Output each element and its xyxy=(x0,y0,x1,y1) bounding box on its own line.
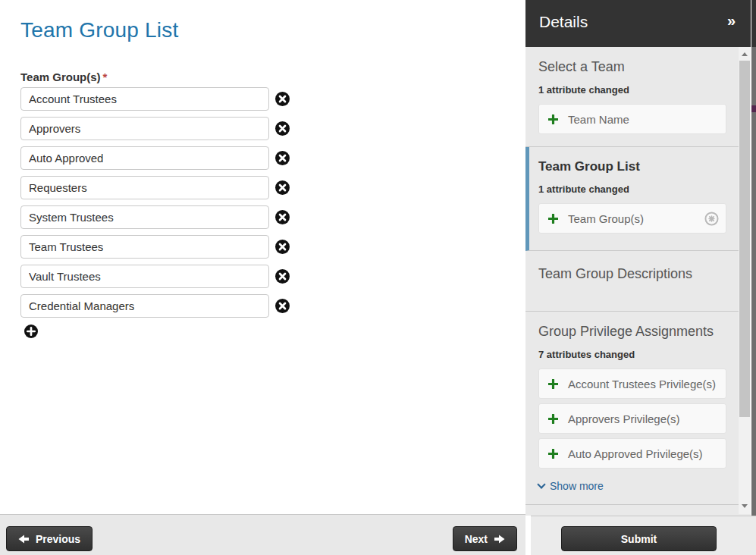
next-label: Next xyxy=(465,533,488,545)
section-team-group-descriptions: Team Group Descriptions xyxy=(525,251,739,312)
section-title: Select a Team xyxy=(538,59,726,75)
required-marker: * xyxy=(103,71,108,83)
plus-icon xyxy=(548,214,558,224)
panel-scrollbar[interactable] xyxy=(739,47,751,514)
plus-icon xyxy=(548,414,558,424)
group-row xyxy=(20,294,293,318)
scrollbar-thumb[interactable] xyxy=(739,61,750,417)
chip-label: Account Trustees Privilege(s) xyxy=(568,378,716,390)
remove-group-icon[interactable] xyxy=(275,299,290,313)
add-row xyxy=(24,325,293,341)
group-input-5[interactable] xyxy=(20,235,269,259)
plus-icon xyxy=(548,114,558,124)
section-title: Group Privilege Assignments xyxy=(538,324,726,340)
changed-attribute-chip[interactable]: Account Trustees Privilege(s) xyxy=(538,368,726,399)
arrow-left-icon xyxy=(18,535,29,544)
chip-label: Team Group(s) xyxy=(568,212,644,225)
show-more-link[interactable]: Show more xyxy=(538,480,604,492)
scroll-down-arrow[interactable] xyxy=(739,500,751,511)
collapse-panel-icon[interactable] xyxy=(727,12,736,30)
changed-attribute-chip[interactable]: Auto Approved Privilege(s) xyxy=(538,438,726,469)
undo-change-icon[interactable] xyxy=(704,212,719,226)
section-title: Team Group List xyxy=(538,159,726,174)
submit-button[interactable]: Submit xyxy=(561,526,717,551)
section-team-group-list: Team Group List 1 attribute changed Team… xyxy=(525,147,739,251)
team-group-form: Team Group(s)* xyxy=(20,71,293,341)
remove-group-icon[interactable] xyxy=(275,180,290,195)
remove-group-icon[interactable] xyxy=(275,92,290,106)
arrow-right-icon xyxy=(494,535,505,544)
details-footer: Submit xyxy=(531,516,756,555)
previous-label: Previous xyxy=(36,533,80,545)
group-row xyxy=(20,146,293,170)
group-row xyxy=(20,176,293,199)
section-select-a-team: Select a Team 1 attribute changed Team N… xyxy=(525,47,739,147)
add-group-icon[interactable] xyxy=(24,325,38,338)
section-status: 1 attribute changed xyxy=(538,84,726,96)
group-row xyxy=(20,265,293,288)
plus-icon xyxy=(548,449,558,459)
chip-label: Team Name xyxy=(568,113,629,126)
details-panel-header: Details xyxy=(525,0,751,47)
details-title: Details xyxy=(539,13,588,31)
group-input-1[interactable] xyxy=(20,117,269,140)
group-input-6[interactable] xyxy=(20,265,269,288)
section-title: Team Group Descriptions xyxy=(538,266,726,282)
group-input-4[interactable] xyxy=(20,205,269,229)
remove-group-icon[interactable] xyxy=(275,240,290,254)
window-edge-top xyxy=(751,0,756,47)
wizard-footer: Previous Next xyxy=(0,514,525,555)
next-button[interactable]: Next xyxy=(453,526,517,551)
section-status: 7 attributes changed xyxy=(538,349,726,360)
page-title: Team Group List xyxy=(20,18,178,42)
remove-group-icon[interactable] xyxy=(275,210,290,224)
show-more-label: Show more xyxy=(550,480,604,492)
group-input-3[interactable] xyxy=(20,176,269,199)
field-label-text: Team Group(s) xyxy=(20,71,101,83)
group-row xyxy=(20,87,293,111)
field-label: Team Group(s)* xyxy=(20,71,293,83)
group-input-7[interactable] xyxy=(20,294,269,318)
main-content: Team Group List Team Group(s)* xyxy=(0,0,525,514)
previous-button[interactable]: Previous xyxy=(6,526,93,551)
remove-group-icon[interactable] xyxy=(275,151,290,165)
chip-label: Auto Approved Privilege(s) xyxy=(568,447,703,460)
changed-attribute-chip[interactable]: Team Name xyxy=(538,104,726,134)
chevron-down-icon xyxy=(537,480,545,488)
submit-label: Submit xyxy=(621,533,657,545)
details-panel-body: Select a Team 1 attribute changed Team N… xyxy=(525,47,739,516)
group-input-2[interactable] xyxy=(20,146,269,170)
changed-attribute-chip[interactable]: Team Group(s) xyxy=(538,203,726,234)
scroll-up-arrow[interactable] xyxy=(739,49,751,59)
group-row xyxy=(20,117,293,140)
section-group-privilege-assignments: Group Privilege Assignments 7 attributes… xyxy=(525,312,739,505)
scroll-marker xyxy=(751,105,756,112)
remove-group-icon[interactable] xyxy=(275,121,290,136)
remove-group-icon[interactable] xyxy=(275,269,290,284)
details-panel: Details Select a Team 1 attribute change… xyxy=(525,0,751,516)
section-status: 1 attribute changed xyxy=(538,183,726,195)
window-edge-scrollbar xyxy=(751,0,756,516)
changed-attribute-chip[interactable]: Approvers Privilege(s) xyxy=(538,403,726,434)
group-input-0[interactable] xyxy=(20,87,269,111)
group-row xyxy=(20,235,293,259)
plus-icon xyxy=(548,379,558,389)
chip-label: Approvers Privilege(s) xyxy=(568,412,680,425)
group-row xyxy=(20,205,293,229)
